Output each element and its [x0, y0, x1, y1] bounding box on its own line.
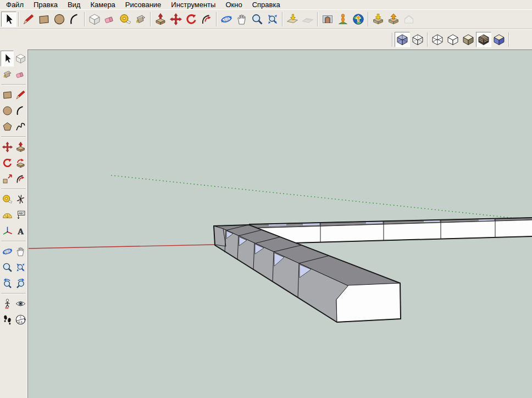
toolbar-button-tape-measure[interactable] — [118, 12, 133, 27]
toolbar-button-eraser[interactable] — [14, 67, 27, 82]
zoom-extents-icon — [266, 13, 279, 26]
toolbar-separator — [84, 12, 85, 26]
share-component-icon — [402, 13, 415, 26]
drawing-canvas[interactable] — [27, 49, 532, 398]
toolbar-button-rotate[interactable] — [184, 12, 199, 27]
make-component-icon — [15, 53, 26, 64]
wireframe-icon — [431, 33, 444, 46]
toolbar-button-paint-bucket[interactable] — [1, 67, 14, 82]
green-axis-dotted — [111, 175, 531, 220]
toolbar-button-get-current-view[interactable] — [285, 12, 300, 27]
toolbar-button-select[interactable] — [1, 12, 16, 27]
toolbar-button-make-component[interactable] — [14, 51, 27, 67]
viewport[interactable] — [28, 50, 532, 398]
menu-item-edit[interactable]: Правка — [29, 1, 63, 9]
menu-item-draw[interactable]: Рисование — [120, 1, 166, 9]
toolbar-button-select[interactable] — [1, 51, 14, 67]
toolbar-button-back-edges[interactable] — [410, 32, 425, 47]
toolbar-button-hidden-line[interactable] — [445, 32, 461, 47]
toolbar-separator — [317, 12, 318, 26]
toolbar-button-zoom[interactable] — [1, 259, 14, 275]
near-arm-front-face[interactable] — [336, 283, 401, 322]
toolbar-button-push-pull[interactable] — [14, 139, 27, 155]
toolbar-button-move[interactable] — [1, 139, 14, 155]
toolbar-button-look-around[interactable] — [14, 296, 27, 312]
toolbar-button-dimension[interactable] — [14, 191, 27, 207]
toolbar-button-text[interactable]: ABC — [14, 207, 27, 223]
toolbar-button-orbit[interactable] — [1, 244, 14, 259]
toolbar-button-scale[interactable] — [1, 171, 14, 187]
toolbar-button-person[interactable] — [335, 12, 351, 27]
toolbar-button-toggle-terrain[interactable] — [300, 12, 315, 27]
toolbar-button-paint-bucket[interactable] — [133, 12, 148, 27]
toolbar-button-shaded[interactable] — [461, 32, 476, 47]
toolbar-button-rotate[interactable] — [1, 155, 14, 171]
toolbar-button-zoom[interactable] — [250, 12, 265, 27]
3d-text-icon: A — [15, 225, 26, 237]
tape-measure-icon — [119, 13, 132, 26]
toolbar-button-circle[interactable] — [52, 12, 67, 27]
menu-item-tools[interactable]: Инструменты — [166, 1, 220, 9]
toolbar-button-share-model[interactable] — [386, 12, 401, 27]
menu-item-view[interactable]: Вид — [63, 1, 86, 9]
menu-item-camera[interactable]: Камера — [85, 1, 120, 9]
toolbar-button-rectangle[interactable] — [1, 87, 14, 103]
toolbar-button-shaded-with-textures[interactable] — [476, 32, 491, 47]
toolbar-button-move[interactable] — [168, 12, 184, 27]
toolbar-button-monochrome[interactable] — [491, 32, 507, 47]
toolbar-button-arc[interactable] — [67, 12, 82, 27]
toolbar-button-3d-text[interactable]: A — [14, 223, 27, 239]
palette-row: CA-S — [0, 312, 27, 328]
toolbar-button-polygon[interactable] — [1, 119, 14, 135]
toolbar-button-zoom-extents[interactable] — [14, 259, 27, 275]
palette-separator — [1, 136, 26, 137]
toolbar-button-previous[interactable] — [1, 275, 14, 291]
toolbar-button-wireframe[interactable] — [430, 32, 445, 47]
previous-icon — [2, 278, 13, 289]
toolbar-button-get-models[interactable] — [370, 12, 386, 27]
toolbar-button-photo-textures[interactable] — [320, 12, 335, 27]
get-models-icon — [372, 13, 385, 26]
toolbar-button-google-earth[interactable] — [351, 12, 366, 27]
toolbar-separator — [368, 12, 369, 26]
palette-row — [0, 87, 27, 103]
model-far-arm[interactable] — [249, 218, 532, 244]
toolbar-button-circle[interactable] — [1, 103, 14, 119]
toolbar-button-rectangle[interactable] — [36, 12, 52, 27]
toolbar-button-walk[interactable] — [1, 312, 14, 328]
toolbar-button-orbit[interactable] — [219, 12, 234, 27]
toolbar-button-eraser[interactable] — [102, 12, 118, 27]
menu-item-window[interactable]: Окно — [220, 1, 247, 9]
toolbar-button-arc[interactable] — [14, 103, 27, 119]
toolbar-button-zoom-extents[interactable] — [265, 12, 280, 27]
toolbar-button-offset[interactable] — [14, 171, 27, 187]
menu-item-file[interactable]: Файл — [1, 1, 29, 9]
arc-icon — [15, 105, 26, 117]
toolbar-button-tape-measure[interactable] — [1, 191, 14, 207]
toolbar-button-freehand[interactable] — [14, 119, 27, 135]
toolbar-button-offset[interactable] — [199, 12, 214, 27]
toolbar-button-section-plane[interactable]: CA-S — [14, 312, 27, 328]
dimension-icon — [15, 194, 26, 205]
toolbar-button-line[interactable] — [14, 87, 27, 103]
toolbar-button-protractor[interactable] — [1, 207, 14, 223]
person-icon — [336, 13, 350, 26]
toolbar-button-pan[interactable] — [234, 12, 250, 27]
menu-item-help[interactable]: Справка — [247, 1, 285, 9]
toolbar-button-follow-me[interactable] — [14, 155, 27, 171]
toolbar-button-xray[interactable] — [395, 32, 410, 47]
palette-separator — [1, 189, 26, 190]
orbit-icon — [2, 246, 13, 257]
freehand-icon — [15, 121, 26, 132]
toolbar-button-make-component[interactable] — [87, 12, 102, 27]
toolbar-button-pan[interactable] — [14, 244, 27, 259]
move-icon — [2, 141, 13, 153]
toolbar-button-line[interactable] — [21, 12, 36, 27]
toolbar-button-share-component[interactable] — [401, 12, 417, 27]
pan-icon — [15, 246, 26, 257]
toolbar-button-axes[interactable] — [1, 223, 14, 239]
toolbar-button-push-pull[interactable] — [153, 12, 168, 27]
paint-bucket-icon — [2, 69, 13, 80]
toolbar-button-position-camera[interactable] — [1, 296, 14, 312]
toolbar-button-next[interactable] — [14, 275, 27, 291]
